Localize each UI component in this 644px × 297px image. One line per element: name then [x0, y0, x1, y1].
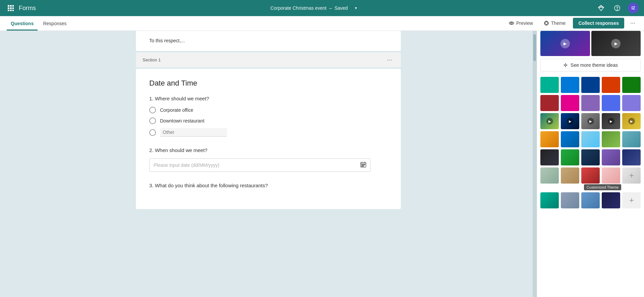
theme-vid-row-4 — [537, 167, 644, 184]
question-3-block: 3. What do you think about the following… — [149, 183, 387, 188]
theme-img-18[interactable] — [581, 167, 600, 184]
preview-button[interactable]: Preview — [505, 18, 536, 28]
form-container: To this respect,... Section 1 ··· Date a… — [136, 31, 401, 210]
option-corporate-office[interactable]: Corporate office — [149, 107, 387, 113]
section-label: Section 1 — [143, 57, 161, 62]
theme-img-16[interactable] — [540, 167, 559, 184]
theme-vid-1[interactable]: ▶ — [540, 113, 559, 129]
form-top-card: To this respect,... — [136, 31, 401, 51]
theme-img-9[interactable] — [602, 131, 620, 147]
svg-rect-24 — [362, 166, 362, 166]
calendar-icon[interactable] — [360, 161, 366, 169]
svg-rect-25 — [363, 166, 364, 166]
theme-img-11[interactable] — [540, 149, 559, 165]
theme-vid-2[interactable]: ▶ — [561, 113, 579, 129]
play-icon-5[interactable]: ▶ — [628, 118, 635, 125]
question-1-text: 1. Where should we meet? — [149, 96, 387, 101]
radio-circle-other[interactable] — [149, 129, 156, 136]
tab-responses[interactable]: Responses — [39, 17, 70, 31]
radio-circle-1[interactable] — [149, 107, 156, 113]
theme-img-14[interactable] — [602, 149, 620, 165]
scrollbar[interactable] — [533, 31, 537, 297]
theme-img-8[interactable] — [581, 131, 600, 147]
svg-rect-7 — [10, 10, 12, 11]
color-purple[interactable] — [581, 95, 600, 111]
theme-vid-3[interactable]: ▶ — [581, 113, 600, 129]
play-icon-1[interactable]: ▶ — [546, 118, 553, 125]
option-downtown-restaurant[interactable]: Downtown restaurant — [149, 117, 387, 124]
color-green[interactable] — [622, 77, 641, 93]
section-bar: Section 1 ··· — [136, 52, 401, 67]
topbar-right: IZ — [596, 3, 639, 13]
theme-img-22[interactable] — [561, 192, 579, 208]
theme-button[interactable]: Theme — [540, 18, 569, 28]
theme-img-7[interactable] — [561, 131, 579, 147]
diamond-icon-btn[interactable] — [596, 3, 606, 13]
theme-vid-row-1: ▶ ▶ ▶ ▶ ▶ — [537, 113, 644, 129]
color-dark-blue[interactable] — [581, 77, 600, 93]
theme-img-15[interactable] — [622, 149, 641, 165]
theme-img-24[interactable] — [602, 192, 620, 208]
svg-point-26 — [565, 64, 567, 66]
theme-label: Theme — [551, 20, 566, 26]
more-options-button[interactable]: ··· — [628, 17, 637, 29]
preview-label: Preview — [516, 20, 533, 26]
theme-vid-5[interactable]: ▶ — [622, 113, 641, 129]
save-dropdown-btn[interactable]: ▾ — [351, 3, 361, 13]
theme-img-25-add[interactable] — [622, 192, 641, 208]
color-periwinkle[interactable] — [602, 95, 620, 111]
theme-panel: ▶ ▶ See more theme ideas — [537, 31, 644, 297]
section-more-button[interactable]: ··· — [385, 56, 394, 64]
play-icon-2[interactable]: ▶ — [567, 118, 574, 125]
subnav-right: Preview Theme Collect responses ··· — [505, 17, 637, 31]
theme-image-dark-stage[interactable]: ▶ — [591, 31, 641, 56]
user-avatar[interactable]: IZ — [628, 3, 639, 13]
see-more-themes-button[interactable]: See more theme ideas — [540, 59, 641, 71]
svg-rect-5 — [12, 7, 14, 9]
color-orange[interactable] — [602, 77, 620, 93]
play-concert-icon[interactable]: ▶ — [560, 39, 570, 48]
svg-rect-8 — [12, 10, 14, 11]
color-blue[interactable] — [561, 77, 579, 93]
color-lavender[interactable] — [622, 95, 641, 111]
svg-rect-4 — [10, 7, 12, 9]
theme-vid-4[interactable]: ▶ — [602, 113, 620, 129]
play-dark-stage-icon[interactable]: ▶ — [611, 39, 621, 48]
collect-responses-button[interactable]: Collect responses — [573, 18, 624, 29]
svg-point-15 — [511, 22, 513, 24]
tab-questions[interactable]: Questions — [7, 17, 38, 31]
apps-icon[interactable] — [5, 3, 16, 13]
topbar-center: Corporate Christmas event – Saved ▾ — [36, 3, 596, 13]
theme-img-19-customized[interactable] — [602, 167, 620, 184]
svg-rect-1 — [10, 5, 12, 7]
play-icon-3[interactable]: ▶ — [587, 118, 594, 125]
theme-img-6[interactable] — [540, 131, 559, 147]
theme-img-10[interactable] — [622, 131, 641, 147]
theme-vid-row-2 — [537, 131, 644, 147]
theme-img-23[interactable] — [581, 192, 600, 208]
theme-img-13[interactable] — [581, 149, 600, 165]
scroll-thumb[interactable] — [533, 34, 536, 61]
option-other[interactable] — [149, 128, 387, 137]
theme-img-12[interactable] — [561, 149, 579, 165]
svg-rect-6 — [8, 10, 9, 11]
option-downtown-restaurant-label: Downtown restaurant — [160, 118, 204, 123]
color-red[interactable] — [540, 95, 559, 111]
help-icon-btn[interactable] — [612, 3, 623, 13]
play-icon-4[interactable]: ▶ — [608, 118, 614, 125]
radio-circle-2[interactable] — [149, 117, 156, 124]
see-more-themes-label: See more theme ideas — [571, 62, 618, 68]
date-input-wrapper[interactable]: Please input date (dd/MM/yyyy) — [149, 158, 371, 172]
svg-rect-22 — [363, 164, 364, 165]
svg-rect-23 — [364, 164, 365, 165]
theme-image-concert[interactable]: ▶ — [540, 31, 590, 56]
theme-img-21[interactable] — [540, 192, 559, 208]
color-grid-2 — [537, 95, 644, 111]
color-teal[interactable] — [540, 77, 559, 93]
customized-theme-tooltip-area: Customized Theme — [540, 184, 641, 190]
theme-img-20[interactable] — [622, 167, 641, 184]
theme-img-17[interactable] — [561, 167, 579, 184]
color-pink[interactable] — [561, 95, 579, 111]
other-input[interactable] — [160, 128, 227, 137]
topbar: Forms Corporate Christmas event – Saved … — [0, 0, 644, 16]
